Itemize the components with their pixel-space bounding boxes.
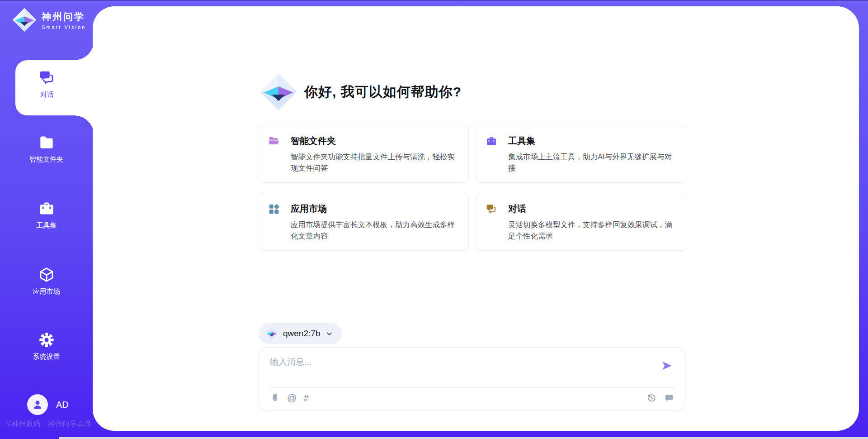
sidebar-item-label: 应用市场: [33, 287, 60, 296]
chat-bubble-icon: [664, 393, 674, 403]
chat-bubble-button[interactable]: [664, 393, 674, 403]
window-bottom-edge: [59, 437, 868, 439]
brand-name: 神州问学: [42, 10, 86, 23]
card-toolset[interactable]: 工具集 集成市场上主流工具，助力AI与外界无缝扩展与对接: [476, 125, 686, 183]
card-chat[interactable]: 对话 灵活切换多模型文件，支持多样回复效果调试，满足个性化需求: [476, 193, 686, 251]
composer-divider: [269, 387, 675, 388]
paperclip-icon: [270, 392, 280, 403]
attach-file-button[interactable]: [270, 392, 280, 403]
card-title: 工具集: [508, 135, 535, 147]
history-button[interactable]: [646, 393, 657, 403]
sidebar-item-app-market[interactable]: 应用市场: [0, 266, 93, 296]
sidebar-item-toolset[interactable]: 工具集: [0, 200, 93, 230]
model-name: qwen2:7b: [283, 329, 320, 339]
hash-icon[interactable]: #: [303, 392, 309, 403]
sidebar-item-label: 系统设置: [33, 353, 60, 361]
sidebar-item-smart-folder[interactable]: 智能文件夹: [0, 134, 93, 164]
brand-diamond-icon: [12, 7, 37, 33]
card-description: 灵活切换多模型文件，支持多样回复效果调试，满足个性化需求: [508, 219, 675, 242]
folder-open-icon: [268, 135, 280, 147]
card-smart-folder[interactable]: 智能文件夹 智能文件夹功能支持批量文件上传与清洗，轻松实现文件问答: [259, 125, 469, 183]
chat-icon: [38, 69, 56, 86]
copyright-text: ©神州数码 · 神州问学出品: [6, 420, 91, 428]
sidebar-item-label: 智能文件夹: [29, 155, 63, 164]
card-description: 智能文件夹功能支持批量文件上传与清洗，轻松实现文件问答: [291, 151, 458, 174]
greeting-title: 你好, 我可以如何帮助你?: [304, 83, 462, 101]
grid-icon: [268, 203, 280, 215]
message-input[interactable]: [270, 355, 641, 369]
chat-icon: [486, 203, 497, 215]
model-logo-icon: [265, 327, 278, 340]
send-icon: [660, 359, 673, 372]
feature-cards: 智能文件夹 智能文件夹功能支持批量文件上传与清洗，轻松实现文件问答 工具集 集成…: [259, 125, 686, 251]
tab-curve-bottom: [74, 115, 94, 135]
cube-icon: [38, 266, 55, 283]
composer-tools-right: [646, 393, 674, 403]
card-app-market[interactable]: 应用市场 应用市场提供丰富长文本模板，助力高效生成多样化文章内容: [259, 193, 469, 251]
person-icon: [32, 399, 43, 410]
send-button[interactable]: [660, 359, 673, 372]
composer-tools-left: @ #: [270, 392, 309, 403]
message-composer: @ #: [259, 347, 685, 410]
gear-icon: [38, 331, 55, 348]
card-title: 智能文件夹: [291, 135, 336, 147]
brand-subtitle: Smart Vision: [42, 24, 86, 30]
sidebar-item-label: 工具集: [36, 221, 57, 230]
avatar: [27, 394, 48, 415]
chevron-down-icon: [325, 329, 334, 338]
history-icon: [646, 393, 657, 403]
toolbox-icon: [486, 135, 497, 147]
folder-icon: [38, 134, 55, 151]
user-initials: AD: [56, 400, 69, 410]
card-description: 应用市场提供丰富长文本模板，助力高效生成多样化文章内容: [291, 219, 458, 242]
brand-logo: 神州问学 Smart Vision: [12, 7, 86, 33]
tab-curve-top: [74, 40, 94, 60]
sidebar-item-label: 对话: [40, 91, 54, 99]
at-icon[interactable]: @: [287, 392, 297, 403]
user-profile[interactable]: AD: [27, 394, 69, 415]
card-description: 集成市场上主流工具，助力AI与外界无缝扩展与对接: [508, 151, 675, 174]
main-panel: 你好, 我可以如何帮助你? 智能文件夹 智能文件夹功能支持批量文件上传与清洗，轻…: [93, 6, 859, 431]
model-selector[interactable]: qwen2:7b: [259, 323, 342, 344]
window-top-edge: [0, 0, 868, 1]
card-title: 应用市场: [291, 203, 327, 215]
toolbox-icon: [38, 200, 55, 217]
card-title: 对话: [508, 203, 526, 215]
greeting: 你好, 我可以如何帮助你?: [259, 72, 462, 111]
sidebar-item-chat[interactable]: 对话: [0, 69, 94, 99]
sidebar-item-settings[interactable]: 系统设置: [0, 331, 93, 361]
greeting-diamond-icon: [259, 72, 298, 111]
